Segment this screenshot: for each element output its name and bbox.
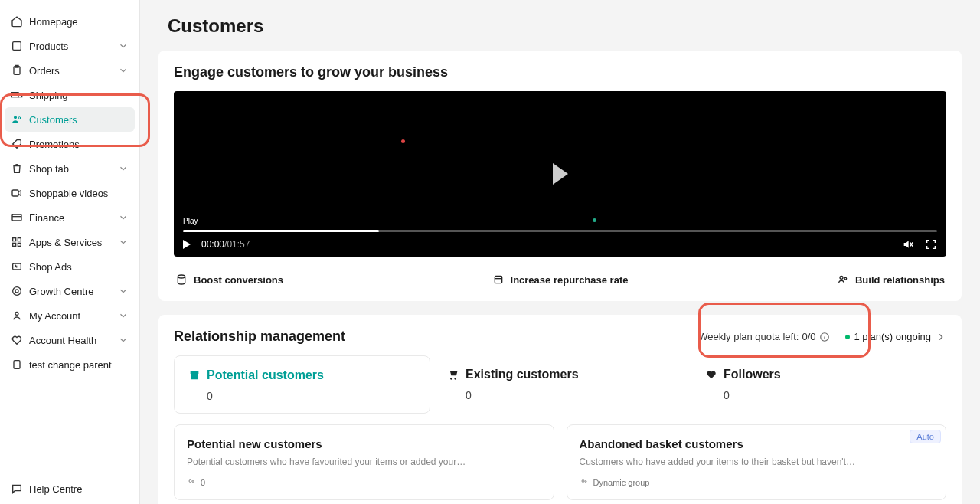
- main-content: Customers Engage customers to grow your …: [140, 0, 980, 504]
- benefit-label: Boost conversions: [194, 274, 283, 286]
- benefit-boost: Boost conversions: [175, 273, 283, 286]
- chevron-down-icon: [118, 65, 129, 76]
- benefit-repurchase: Increase repurchase rate: [492, 273, 629, 286]
- svg-rect-10: [18, 243, 21, 246]
- target-icon: [11, 285, 23, 297]
- sidebar-item-products[interactable]: Products: [0, 34, 139, 58]
- group-icon: [187, 478, 196, 487]
- group-count: 0: [201, 478, 205, 487]
- engage-title: Engage customers to grow your business: [174, 64, 946, 80]
- play-button[interactable]: [183, 240, 191, 249]
- tab-potential[interactable]: Potential customers 0: [174, 355, 430, 414]
- clipboard-icon: [11, 64, 23, 77]
- sidebar-item-finance[interactable]: Finance: [0, 205, 139, 230]
- time-current: 00:00: [201, 239, 224, 250]
- home-icon: [11, 15, 23, 28]
- svg-point-18: [840, 276, 843, 279]
- tab-existing[interactable]: Existing customers 0: [433, 355, 688, 414]
- tab-count: 0: [207, 390, 416, 402]
- tab-followers[interactable]: Followers 0: [691, 355, 946, 414]
- sidebar-label: Shipping: [29, 90, 129, 101]
- quota-value: 0/0: [802, 331, 815, 342]
- play-label: Play: [183, 217, 937, 225]
- box-icon: [11, 40, 23, 52]
- svg-point-3: [14, 116, 17, 119]
- sidebar-label: Account Health: [29, 335, 118, 346]
- benefit-relationships: Build relationships: [837, 273, 945, 286]
- svg-point-23: [582, 480, 584, 483]
- mute-icon[interactable]: [902, 238, 914, 250]
- video-progress[interactable]: [183, 230, 937, 232]
- bag-icon: [11, 162, 23, 175]
- chevron-down-icon: [118, 286, 129, 296]
- sidebar-item-shop-ads[interactable]: Shop Ads: [0, 254, 139, 279]
- sidebar-item-shipping[interactable]: Shipping: [0, 83, 139, 107]
- video-controls: Play 00:00 / 01:57: [174, 217, 946, 257]
- heart-icon: [705, 368, 717, 381]
- sidebar-item-apps[interactable]: Apps & Services: [0, 230, 139, 254]
- svg-rect-5: [12, 190, 18, 196]
- people-icon: [837, 273, 849, 286]
- svg-point-13: [15, 290, 18, 293]
- video-icon: [11, 187, 23, 199]
- svg-point-19: [844, 277, 847, 280]
- chevron-down-icon: [118, 310, 129, 321]
- chevron-right-icon: [936, 332, 946, 342]
- sidebar-label: test change parent: [29, 359, 129, 371]
- sidebar-item-growth[interactable]: Growth Centre: [0, 279, 139, 303]
- svg-point-4: [18, 117, 21, 119]
- svg-rect-7: [13, 238, 16, 241]
- chat-icon: [11, 483, 23, 495]
- svg-rect-17: [495, 276, 501, 283]
- group-abandoned-basket[interactable]: Auto Abandoned basket customers Customer…: [567, 424, 947, 500]
- sidebar-label: Products: [29, 41, 118, 52]
- sidebar-label: Customers: [29, 114, 129, 126]
- tab-count: 0: [466, 389, 675, 401]
- sidebar-item-account-health[interactable]: Account Health: [0, 328, 139, 352]
- tag-icon: [11, 138, 23, 150]
- chevron-down-icon: [118, 335, 129, 345]
- fullscreen-icon[interactable]: [925, 238, 937, 250]
- benefit-label: Increase repurchase rate: [511, 274, 629, 286]
- group-potential-new[interactable]: Potential new customers Potential custom…: [174, 424, 554, 500]
- groups-row: Potential new customers Potential custom…: [174, 424, 946, 500]
- tab-label: Existing customers: [466, 368, 579, 381]
- sidebar-item-my-account[interactable]: My Account: [0, 303, 139, 328]
- time-duration: 01:57: [227, 239, 250, 250]
- tab-label: Followers: [724, 368, 781, 381]
- sidebar-label: Homepage: [29, 16, 129, 28]
- sidebar-item-test[interactable]: test change parent: [0, 352, 139, 377]
- card-icon: [11, 211, 23, 224]
- sidebar-label: Promotions: [29, 139, 129, 150]
- users-icon: [11, 113, 23, 126]
- sidebar: Homepage Products Orders Shipping Custom…: [0, 0, 140, 504]
- play-icon[interactable]: [553, 163, 568, 185]
- sidebar-label: My Account: [29, 310, 118, 322]
- video-player[interactable]: Play 00:00 / 01:57: [174, 91, 946, 257]
- sidebar-label: Help Centre: [29, 483, 82, 495]
- svg-point-24: [585, 481, 586, 483]
- info-icon[interactable]: [819, 332, 830, 342]
- ongoing-plans-link[interactable]: 1 plan(s) ongoing: [845, 331, 946, 342]
- svg-rect-9: [13, 243, 16, 246]
- svg-rect-8: [18, 238, 21, 241]
- database-icon: [175, 273, 188, 286]
- sidebar-item-homepage[interactable]: Homepage: [0, 9, 139, 34]
- auto-badge: Auto: [910, 430, 941, 443]
- status-dot-icon: [845, 335, 850, 339]
- sidebar-item-help[interactable]: Help Centre: [0, 473, 139, 504]
- svg-rect-15: [14, 361, 20, 369]
- tab-label: Potential customers: [207, 368, 324, 382]
- sidebar-item-shoppable-videos[interactable]: Shoppable videos: [0, 181, 139, 205]
- group-title: Abandoned basket customers: [580, 437, 934, 450]
- heart-icon: [11, 334, 23, 346]
- chevron-down-icon: [118, 41, 129, 51]
- sidebar-label: Shoppable videos: [29, 188, 129, 199]
- sidebar-label: Growth Centre: [29, 286, 118, 297]
- sidebar-item-shop-tab[interactable]: Shop tab: [0, 156, 139, 181]
- sidebar-item-promotions[interactable]: Promotions: [0, 132, 139, 156]
- store-icon: [188, 369, 201, 381]
- sidebar-item-orders[interactable]: Orders: [0, 58, 139, 83]
- quota-label: Weekly plan quota left:: [698, 331, 799, 342]
- sidebar-item-customers[interactable]: Customers: [5, 107, 135, 132]
